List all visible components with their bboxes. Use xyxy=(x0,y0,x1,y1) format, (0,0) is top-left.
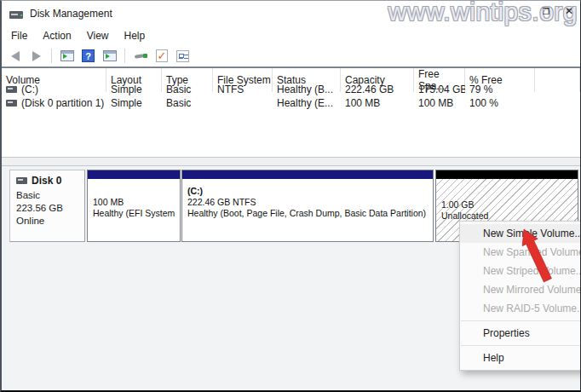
volume-type: Basic xyxy=(162,84,213,95)
volume-type: Basic xyxy=(162,97,213,109)
disk0-info-panel[interactable]: Disk 0 Basic 223.56 GB Online xyxy=(9,170,85,242)
volume-status: Healthy (E... xyxy=(273,97,341,109)
volume-free: 100 MB xyxy=(414,97,465,109)
menu-item-new-simple-volume[interactable]: New Simple Volume... xyxy=(460,224,581,243)
menu-help[interactable]: Help xyxy=(117,28,153,43)
partition-c-drive[interactable]: (C:) 222.46 GB NTFS Healthy (Boot, Page … xyxy=(181,170,434,242)
menu-item-help[interactable]: Help xyxy=(460,349,581,367)
forward-icon[interactable] xyxy=(27,48,45,65)
volume-icon xyxy=(6,100,17,107)
show-console-tree-icon[interactable] xyxy=(58,48,76,65)
title-bar: Disk Management www.wintips.org ❒ ✕ xyxy=(2,1,580,26)
menu-action[interactable]: Action xyxy=(35,28,78,43)
menu-item-new-raid5-volume: New RAID-5 Volume... xyxy=(460,299,581,318)
volume-name: (Disk 0 partition 1) xyxy=(21,97,104,109)
window-title: Disk Management xyxy=(30,8,112,20)
menu-separator xyxy=(461,345,581,346)
menu-file[interactable]: File xyxy=(3,28,35,43)
menu-bar: File Action View Help xyxy=(2,26,580,45)
partition-status: Healthy (Boot, Page File, Crash Dump, Ba… xyxy=(187,208,433,219)
menu-item-properties[interactable]: Properties xyxy=(460,324,581,343)
partition-size: 100 MB xyxy=(93,197,180,208)
volume-layout: Simple xyxy=(106,84,162,95)
disk-type: Basic xyxy=(16,189,84,202)
partition-label: (C:) xyxy=(187,186,433,197)
disk-management-window: Disk Management www.wintips.org ❒ ✕ File… xyxy=(0,0,581,392)
volume-list: Volume Layout Type File System Status Ca… xyxy=(2,67,580,157)
disk-status: Online xyxy=(16,215,84,228)
volume-status: Healthy (B... xyxy=(273,84,341,95)
volume-name: (C:) xyxy=(21,84,38,95)
volume-pct-free: 79 % xyxy=(465,84,535,95)
disk-name: Disk 0 xyxy=(32,175,61,187)
volume-capacity: 222.46 GB xyxy=(341,84,414,95)
col-empty xyxy=(535,68,580,92)
context-menu: New Simple Volume... New Spanned Volume.… xyxy=(459,221,581,371)
show-action-pane-icon[interactable] xyxy=(101,48,118,65)
partition-size: 1.00 GB xyxy=(441,199,578,210)
volume-row-c[interactable]: (C:) Simple Basic NTFS Healthy (B... 222… xyxy=(2,83,580,96)
volume-capacity: 100 MB xyxy=(341,97,414,109)
help-icon[interactable]: ? xyxy=(79,48,97,65)
unallocated-color-strip xyxy=(436,170,578,179)
partition-color-strip xyxy=(182,170,433,179)
toolbar: ? xyxy=(2,45,580,67)
partition-size: 222.46 GB NTFS xyxy=(187,197,433,208)
menu-view[interactable]: View xyxy=(79,28,117,43)
menu-item-new-spanned-volume: New Spanned Volume... xyxy=(460,243,581,262)
volume-layout: Simple xyxy=(106,97,162,109)
menu-item-new-striped-volume: New Striped Volume... xyxy=(460,262,581,280)
volume-pct-free: 100 % xyxy=(465,97,535,109)
menu-separator xyxy=(461,320,581,321)
check-document-icon[interactable] xyxy=(152,48,170,65)
partition-color-strip xyxy=(88,170,180,179)
partition-status: Healthy (EFI System xyxy=(93,208,180,219)
volume-row-partition1[interactable]: (Disk 0 partition 1) Simple Basic Health… xyxy=(2,96,580,110)
back-icon[interactable] xyxy=(6,48,24,65)
close-button[interactable]: ✕ xyxy=(561,3,577,19)
volume-icon xyxy=(6,86,17,93)
disk-management-app-icon xyxy=(9,9,24,20)
properties-list-icon[interactable] xyxy=(174,48,192,65)
volume-list-header: Volume Layout Type File System Status Ca… xyxy=(2,68,580,83)
volume-free: 175.04 GB xyxy=(414,84,465,95)
volume-fs: NTFS xyxy=(213,84,273,95)
disk-size: 223.56 GB xyxy=(16,202,84,215)
toolbar-separator xyxy=(51,49,52,63)
menu-item-new-mirrored-volume: New Mirrored Volume... xyxy=(460,280,581,299)
disk-icon xyxy=(16,177,27,184)
pane-splitter[interactable] xyxy=(2,157,580,166)
partition-efi-system[interactable]: 100 MB Healthy (EFI System xyxy=(87,170,181,242)
tool-icon[interactable] xyxy=(131,48,149,65)
toolbar-separator xyxy=(124,49,125,63)
volume-list-empty-area xyxy=(2,110,580,157)
maximize-button[interactable]: ❒ xyxy=(538,3,554,19)
